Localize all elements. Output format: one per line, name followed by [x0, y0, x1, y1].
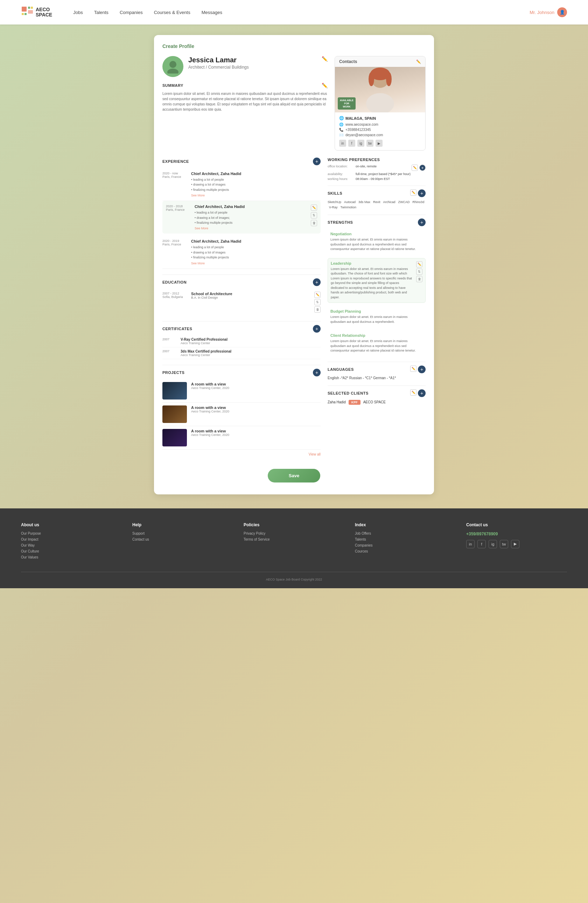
youtube-icon[interactable]: ▶	[376, 140, 382, 147]
edu-content-1: School of Architecture B.A. in Civil Des…	[191, 292, 310, 313]
working-prefs-edit-icon[interactable]: ✏️	[412, 165, 418, 171]
clients-add-btn[interactable]: +	[418, 389, 426, 397]
footer-grid: About us Our Purpose Our Impact Our Way …	[21, 522, 567, 561]
twitter-icon[interactable]: tw	[366, 140, 373, 147]
cert-content-1: V-Ray Certified Professional Aeco Traini…	[181, 338, 228, 345]
pref-row-hours: working hours: 08:00am - 09:00pm EST	[328, 177, 426, 181]
languages-add-btn[interactable]: +	[418, 365, 426, 373]
nav-courses[interactable]: Courses & Events	[154, 10, 190, 15]
project-thumb-1	[162, 382, 187, 400]
strengths-add-btn[interactable]: +	[418, 219, 426, 226]
projects-add-btn[interactable]: +	[313, 369, 321, 376]
logo[interactable]: AECO SPACE	[21, 6, 52, 19]
strength-edit-icon[interactable]: ✏️	[416, 261, 423, 267]
summary-text: Lorem ipsum dolor sit amet. Et omnis ear…	[162, 91, 328, 112]
footer-facebook-icon[interactable]: f	[477, 540, 486, 548]
footer-link-privacy[interactable]: Privacy Policy	[244, 532, 344, 535]
footer-link-purpose[interactable]: Our Purpose	[21, 532, 122, 535]
exp-see-more-2[interactable]: See More	[195, 227, 208, 230]
cert-item-2: 2007 3ds Max Certified professional Aeco…	[162, 347, 321, 359]
exp-see-more-1[interactable]: See More	[191, 194, 205, 197]
clients-edit-icon[interactable]: ✏️	[410, 389, 417, 396]
footer-contact-title: Contact us	[466, 522, 567, 527]
working-prefs-header: WORKING PREFERENCES	[328, 157, 426, 162]
save-section: Save	[162, 462, 426, 486]
nav-messages[interactable]: Messages	[201, 10, 222, 15]
contact-edit-icon[interactable]: ✏️	[416, 60, 421, 64]
svg-point-9	[366, 93, 394, 112]
certificates-header: CERTIFICATES +	[162, 325, 321, 333]
project-info-1: A room with a view Aeco Training Center,…	[191, 382, 321, 400]
col-right: WORKING PREFERENCES office location: on-…	[328, 157, 426, 462]
strength-negotiation: Negotiation Lorem ipsum dolor sit amet. …	[328, 229, 426, 255]
experience-add-btn[interactable]: +	[313, 157, 321, 165]
cert-item-1: 2007 V-Ray Certified Professional Aeco T…	[162, 335, 321, 347]
strength-move-icon[interactable]: ⇅	[416, 269, 423, 275]
client-kpf: KPF	[349, 400, 360, 405]
footer-link-contact[interactable]: Contact us	[132, 538, 233, 541]
footer-twitter-icon[interactable]: tw	[500, 540, 508, 548]
skills-add-btn[interactable]: +	[418, 189, 426, 197]
footer: About us Our Purpose Our Impact Our Way …	[0, 508, 588, 588]
exp-delete-icon-2[interactable]: 🗑	[311, 220, 317, 226]
exp-item-3: 2020 - 2019 Paris, France Chief Architec…	[162, 236, 321, 269]
footer-link-support[interactable]: Support	[132, 532, 233, 535]
nav-jobs[interactable]: Jobs	[73, 10, 83, 15]
logo-text-line2: SPACE	[36, 12, 52, 17]
nav-user-name: Mr. Johnson	[530, 10, 554, 15]
save-button[interactable]: Save	[268, 469, 320, 483]
nav-talents[interactable]: Talents	[94, 10, 108, 15]
exp-move-icon-2[interactable]: ⇅	[311, 212, 317, 219]
footer-link-values[interactable]: Our Values	[21, 555, 122, 559]
client-zaha: Zaha Hadid	[328, 400, 346, 404]
edu-move-icon[interactable]: ⇅	[314, 299, 321, 305]
footer-link-culture[interactable]: Our Culture	[21, 549, 122, 553]
footer-youtube-icon[interactable]: ▶	[511, 540, 519, 548]
footer-link-jobs[interactable]: Job Offers	[355, 532, 456, 535]
exp-content-3: Chief Architect, Zaha Hadid • leading a …	[191, 239, 321, 265]
footer-link-companies[interactable]: Companies	[355, 543, 456, 547]
two-col-layout: EXPERIENCE + 2020 - now Paris, France Ch…	[162, 157, 426, 462]
profile-edit-icon[interactable]: ✏️	[322, 56, 328, 61]
skill-5: ZWCAD	[398, 200, 410, 204]
skill-1: Autocad	[344, 200, 355, 204]
education-section: EDUCATION + 2007 - 2012 Sofia, Bulgaria …	[162, 278, 321, 315]
working-prefs-add-icon[interactable]: +	[419, 165, 426, 171]
education-add-btn[interactable]: +	[313, 278, 321, 286]
facebook-icon[interactable]: f	[348, 140, 355, 147]
contact-website: www.aecospace.com	[346, 123, 378, 126]
strength-delete-icon[interactable]: 🗑	[416, 276, 423, 282]
exp-edit-icon-2[interactable]: ✏️	[311, 205, 317, 211]
footer-link-cources[interactable]: Cources	[355, 549, 456, 553]
linkedin-icon[interactable]: in	[339, 140, 346, 147]
certificates-section: CERTIFICATES + 2007 V-Ray Certified Prof…	[162, 325, 321, 359]
footer-phone: +359/897678909	[466, 532, 567, 536]
pref-row-availability: availability: full-time, project based (…	[328, 172, 426, 176]
instagram-icon[interactable]: ig	[357, 140, 364, 147]
footer-link-talents[interactable]: Talents	[355, 538, 456, 541]
exp-see-more-3[interactable]: See More	[191, 261, 205, 265]
project-item-1: A room with a view Aeco Training Center,…	[162, 379, 321, 403]
navbar: AECO SPACE Jobs Talents Companies Course…	[0, 0, 588, 25]
profile-header: Jessica Lamar Architect / Commercial Bui…	[162, 56, 426, 151]
footer-link-way[interactable]: Our Way	[21, 543, 122, 547]
footer-instagram-icon[interactable]: ig	[489, 540, 497, 548]
projects-header: PROJECTS +	[162, 369, 321, 376]
cert-content-2: 3ds Max Certified professional Aeco Trai…	[181, 349, 231, 357]
project-thumb-3	[162, 429, 187, 447]
skills-actions: ✏️ +	[410, 189, 426, 197]
edu-date-1: 2007 - 2012 Sofia, Bulgaria	[162, 292, 187, 313]
footer-linkedin-icon[interactable]: in	[466, 540, 475, 548]
certificates-add-btn[interactable]: +	[313, 325, 321, 333]
skills-edit-icon[interactable]: ✏️	[410, 189, 417, 196]
edu-delete-icon[interactable]: 🗑	[314, 306, 321, 313]
summary-edit-icon[interactable]: ✏️	[322, 83, 328, 88]
edu-edit-icon[interactable]: ✏️	[314, 292, 321, 298]
nav-companies[interactable]: Companies	[120, 10, 143, 15]
view-all-projects[interactable]: View all	[162, 452, 321, 456]
exp-content-2: Chief Architect, Zaha Hadid • leading a …	[195, 205, 307, 230]
nav-user[interactable]: Mr. Johnson 👤	[530, 7, 567, 17]
footer-link-impact[interactable]: Our Impact	[21, 538, 122, 541]
languages-edit-icon[interactable]: ✏️	[410, 365, 417, 372]
footer-link-terms[interactable]: Terms of Service	[244, 538, 344, 541]
